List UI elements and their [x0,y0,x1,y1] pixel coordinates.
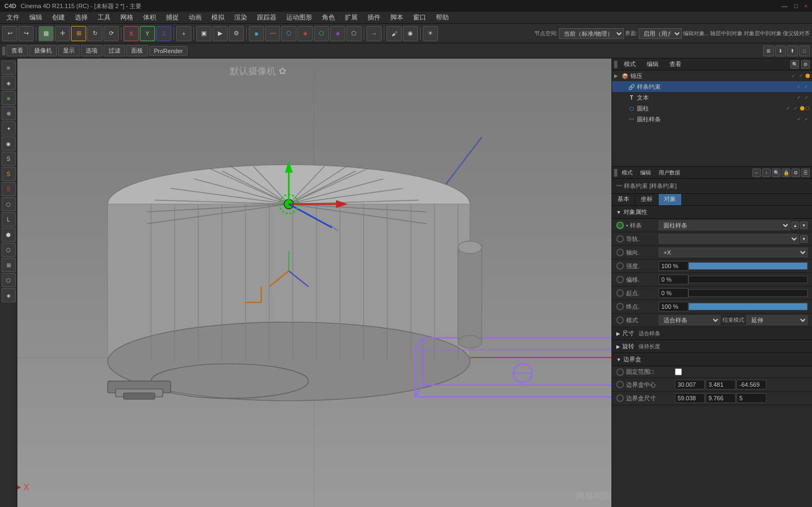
prop-end-value[interactable]: 100 % [659,302,688,311]
ti-check-1[interactable]: ✓ [790,73,797,79]
fixed-range-checkbox[interactable] [675,368,682,375]
menu-render[interactable]: 渲染 [230,12,252,23]
tree-tab-view[interactable]: 查看 [665,60,686,69]
pp-settings-btn[interactable]: ⚙ [791,168,800,177]
section-rotate[interactable]: ▶ 旋转 保持长度 [612,340,812,353]
ls-icon-7[interactable]: S [2,152,16,166]
camera-btn[interactable]: ⬡ [346,26,362,41]
tree-item-cyl-spline[interactable]: 〰 圆柱样条 ✓ ✓ [612,114,812,125]
prop-circle-axis[interactable] [616,249,624,256]
menu-file[interactable]: 文件 [2,12,24,23]
ti-check-4[interactable]: ✓ [803,83,810,90]
ls-icon-3[interactable]: ■ [2,91,16,105]
menu-sim[interactable]: 模拟 [207,12,229,23]
ti-check-2[interactable]: ✓ [798,73,804,79]
prop-spline-dropdown[interactable]: 圆柱样条 [659,220,790,230]
y-axis-btn[interactable]: Y [140,26,155,41]
menu-select[interactable]: 选择 [70,12,92,23]
vp-icon2[interactable]: ⬇ [775,46,786,56]
prop-circle-end[interactable] [616,303,624,310]
tree-collapse-1[interactable]: ▶ [614,73,621,79]
ls-icon-9[interactable]: S [2,182,16,196]
ti-check-6[interactable]: ✓ [803,94,810,101]
menu-tracker[interactable]: 跟踪器 [253,12,281,23]
x-axis-btn[interactable]: X [124,26,139,41]
arrow-right-btn[interactable]: → [366,26,382,41]
view-dropdown[interactable]: 启用（用户） [639,28,682,39]
bbox-center-z[interactable] [737,380,766,389]
section-bbox[interactable]: ▼ 边界盒 [612,353,812,366]
render-view-btn[interactable]: ▣ [196,26,211,41]
prop-end-mode-dropdown[interactable]: 延伸 [746,315,808,325]
menu-edit[interactable]: 编辑 [25,12,47,23]
prop-circle-guide[interactable] [616,235,624,243]
sculpt-btn[interactable]: ◉ [403,26,418,41]
tree-tab-edit[interactable]: 编辑 [642,60,663,69]
ls-icon-12[interactable]: ⬢ [2,227,16,242]
ls-icon-2[interactable]: ◈ [2,76,16,90]
menu-anim[interactable]: 动画 [184,12,206,23]
select-tool[interactable]: ▦ [38,26,54,41]
bbox-size-y[interactable] [706,393,736,403]
camera-menu[interactable]: 摄像机 [29,45,57,56]
ti-check-9[interactable]: ✓ [796,116,802,122]
tree-tab-mode[interactable]: 模式 [620,60,640,69]
bbox-center-y[interactable] [706,380,736,389]
ls-icon-14[interactable]: ⊞ [2,258,16,272]
ls-icon-15[interactable]: ⬡ [2,273,16,287]
paint-btn[interactable]: 🖌 [386,26,402,41]
tab-coords[interactable]: 坐标 [635,194,659,205]
ls-icon-13[interactable]: ⬡ [2,243,16,257]
ti-check-3[interactable]: ✓ [796,83,802,90]
add-obj-btn[interactable]: + [176,26,191,41]
close-btn[interactable]: × [804,3,808,9]
render-settings-btn[interactable]: ⚙ [229,26,244,41]
menu-volume[interactable]: 体积 [139,12,160,23]
strength-slider[interactable] [688,262,808,270]
menu-create[interactable]: 创建 [48,12,69,23]
render-btn[interactable]: ▶ [212,26,228,41]
ls-icon-10[interactable]: ⬡ [2,197,16,211]
prop-circle-fixed[interactable] [616,368,624,376]
menu-char[interactable]: 角色 [318,12,339,23]
prop-circle-bbox-s[interactable] [616,394,624,402]
vp-icon3[interactable]: ⬆ [787,46,798,56]
prop-axis-dropdown[interactable]: +X [659,248,808,257]
menu-mesh[interactable]: 网格 [116,12,138,23]
axis-to-obj-btn[interactable]: 轴层中到对象 [710,30,743,37]
filter-menu[interactable]: 过滤 [104,45,125,56]
move-tool[interactable]: ✛ [55,26,70,41]
tree-item-spline-constraint[interactable]: 🔗 样条约束 ✓ ✓ [612,81,812,92]
field-btn[interactable]: ◈ [330,26,345,41]
rotate-tool[interactable]: ↻ [87,26,102,41]
bbox-size-z[interactable] [737,393,766,403]
ti-check-8[interactable]: ✓ [792,105,799,112]
pp-up-btn[interactable]: ↑ [762,168,771,177]
spline-down-btn[interactable]: ▼ [800,222,808,229]
menu-window[interactable]: 窗口 [409,12,430,23]
prop-guide-dropdown[interactable] [659,234,799,244]
undo-btn[interactable]: ↩ [2,26,17,41]
guide-down-btn[interactable]: ▼ [800,235,808,243]
minimize-btn[interactable]: — [782,3,788,9]
tree-item-cylinder[interactable]: ⬡ 圆柱 ✓ ✓ ⬡ [612,103,812,114]
props-drag[interactable] [614,169,617,177]
edit-obj-btn-top[interactable]: 编辑对象... [683,30,709,37]
view-menu[interactable]: 查看 [7,45,28,56]
prop-circle-mode[interactable] [616,316,624,324]
light-btn[interactable]: ☀ [423,26,438,41]
gen-btn[interactable]: ⬡ [281,26,297,41]
pp-edit[interactable]: 编辑 [637,168,654,177]
tree-settings-btn[interactable]: ⚙ [801,60,810,69]
tree-drag[interactable] [614,61,617,68]
menu-plugins[interactable]: 插件 [363,12,385,23]
ls-icon-4[interactable]: ⊕ [2,106,16,120]
prop-circle-spline[interactable] [616,222,624,229]
z-axis-btn[interactable]: Z [156,26,171,41]
menu-script[interactable]: 脚本 [386,12,408,23]
end-slider[interactable] [688,303,808,310]
offset-slider[interactable] [688,276,808,283]
ls-icon-6[interactable]: ◉ [2,136,16,151]
deform-btn[interactable]: ◈ [298,26,313,41]
menu-mograph[interactable]: 运动图形 [282,12,317,23]
